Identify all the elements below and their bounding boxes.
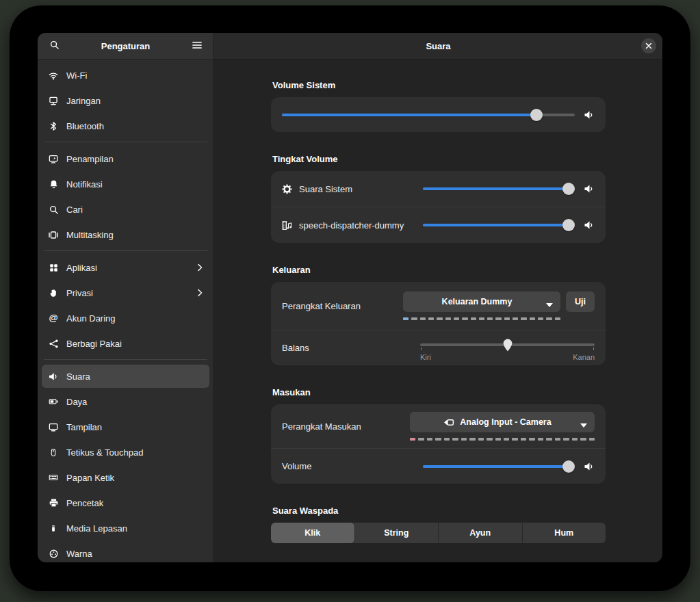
search-button[interactable]: [44, 37, 64, 55]
balance-slider[interactable]: [420, 338, 595, 352]
system-volume-slider[interactable]: [282, 109, 575, 121]
sidebar-item-bluetooth[interactable]: Bluetooth: [42, 114, 209, 138]
multitasking-icon: [48, 229, 59, 240]
appearance-icon: [48, 153, 59, 164]
meter-segment: [487, 438, 492, 441]
balance-right-label: Kanan: [573, 353, 595, 361]
caret-down-icon: [546, 300, 553, 309]
network-icon: [48, 95, 59, 106]
meter-segment: [521, 317, 526, 320]
system-volume-card: [271, 97, 606, 132]
section-input: Masukan Perangkat Masukan Analog Input -…: [271, 387, 606, 484]
meter-segment: [452, 438, 458, 441]
sidebar-item-berbagi-pakai[interactable]: Berbagi Pakai: [42, 332, 209, 355]
sidebar-item-akun-daring[interactable]: @Akun Daring: [42, 306, 209, 330]
sidebar-item-cari[interactable]: Cari: [42, 198, 209, 221]
sidebar-item-privasi[interactable]: Privasi: [42, 281, 209, 304]
sidebar-item-notifikasi[interactable]: Notifikasi: [42, 172, 209, 196]
chevron-right-icon: [197, 289, 203, 297]
content-pane: Suara Volume Sistem: [213, 33, 662, 562]
slider-thumb[interactable]: [562, 460, 575, 473]
section-output: Keluaran Perangkat Keluaran Keluaran Dum…: [271, 265, 606, 365]
sidebar-item-penampilan[interactable]: Penampilan: [42, 147, 209, 170]
search-icon: [48, 204, 59, 215]
sidebar-item-papan-ketik[interactable]: Papan Ketik: [42, 466, 209, 489]
sidebar-item-suara[interactable]: Suara: [42, 365, 209, 388]
stream-label: speech-dispatcher-dummy: [299, 220, 423, 231]
sidebar-item-label: Daya: [66, 397, 87, 407]
close-icon: [645, 40, 652, 52]
system-sounds-slider[interactable]: [423, 183, 575, 195]
page-title: Suara: [426, 41, 450, 51]
alert-option-klik[interactable]: Klik: [271, 523, 355, 543]
close-button[interactable]: [641, 38, 656, 53]
color-icon: [48, 548, 59, 559]
video-camera-icon: [443, 418, 454, 427]
settings-window: Pengaturan Wi-FiJaringanBluetoothPenampi…: [38, 33, 662, 562]
alert-option-string[interactable]: String: [355, 523, 439, 543]
volume-medium-icon: [583, 183, 595, 194]
sidebar-item-warna[interactable]: Warna: [42, 542, 209, 562]
output-card: Perangkat Keluaran Keluaran Dummy: [271, 282, 606, 365]
sidebar-item-label: Media Lepasan: [66, 523, 127, 534]
meter-segment: [479, 317, 484, 320]
sidebar-item-multitasking[interactable]: Multitasking: [42, 223, 209, 246]
content-headerbar: Suara: [214, 33, 662, 60]
meter-segment: [555, 317, 560, 320]
volume-medium-icon: [583, 109, 595, 120]
meter-segment: [495, 317, 501, 320]
meter-segment: [563, 438, 569, 441]
meter-segment: [435, 438, 441, 441]
main-menu-button[interactable]: [187, 37, 207, 55]
content-body: Volume Sistem Tingka: [214, 60, 662, 562]
sidebar-item-tetikus-touchpad[interactable]: Tetikus & Touchpad: [42, 441, 209, 464]
sidebar-item-media-lepasan[interactable]: Media Lepasan: [42, 516, 209, 540]
sidebar-item-label: Berbagi Pakai: [66, 339, 122, 349]
input-device-value: Analog Input - Camera: [460, 417, 551, 427]
slider-thumb[interactable]: [562, 183, 575, 195]
sidebar-item-label: Tampilan: [66, 422, 102, 432]
meter-segment: [504, 438, 509, 441]
sidebar-item-tampilan[interactable]: Tampilan: [42, 415, 209, 439]
sidebar-divider: [44, 250, 207, 251]
sidebar-item-pencetak[interactable]: Pencetak: [42, 491, 209, 514]
sidebar-item-label: Multitasking: [66, 230, 114, 240]
balance-thumb[interactable]: [502, 339, 513, 354]
multimedia-icon: [282, 220, 292, 231]
sidebar-item-label: Suara: [66, 371, 90, 382]
section-heading: Masukan: [272, 387, 606, 397]
sidebar-item-label: Tetikus & Touchpad: [66, 447, 144, 458]
meter-segment: [418, 438, 424, 441]
bluetooth-icon: [48, 120, 59, 131]
caret-down-icon: [580, 420, 587, 430]
alert-sound-segmented: KlikStringAyunHum: [271, 523, 606, 543]
sidebar-item-label: Privasi: [66, 288, 93, 298]
slider-thumb[interactable]: [562, 219, 575, 231]
sidebar-item-aplikasi[interactable]: Aplikasi: [42, 256, 209, 279]
sidebar-item-label: Jaringan: [66, 96, 101, 106]
output-device-dropdown[interactable]: Keluaran Dummy: [403, 291, 560, 312]
alert-option-hum[interactable]: Hum: [523, 523, 606, 543]
sidebar-item-label: Bluetooth: [66, 121, 104, 131]
meter-segment-active: [410, 438, 415, 441]
mouse-icon: [48, 447, 59, 458]
input-volume-label: Volume: [282, 461, 423, 471]
hamburger-menu-icon: [192, 40, 202, 52]
meter-segment: [529, 438, 534, 441]
sidebar-item-daya[interactable]: Daya: [42, 390, 209, 413]
input-volume-slider[interactable]: [423, 460, 575, 473]
input-device-dropdown[interactable]: Analog Input - Camera: [410, 412, 595, 432]
speech-dispatcher-slider[interactable]: [423, 219, 575, 231]
section-alert-sound: Suara Waspada KlikStringAyunHum: [271, 506, 606, 543]
meter-segment: [437, 317, 442, 320]
alert-option-ayun[interactable]: Ayun: [439, 523, 523, 543]
test-speakers-button[interactable]: Uji: [566, 291, 595, 312]
meter-segment: [471, 317, 476, 320]
output-device-value: Keluaran Dummy: [442, 297, 513, 306]
sidebar-item-jaringan[interactable]: Jaringan: [42, 89, 209, 112]
meter-segment: [411, 317, 417, 320]
balance-label: Balans: [282, 343, 420, 353]
slider-thumb[interactable]: [530, 109, 543, 121]
sidebar-item-wi-fi[interactable]: Wi-Fi: [42, 64, 209, 87]
desktop-background: Pengaturan Wi-FiJaringanBluetoothPenampi…: [0, 0, 700, 602]
